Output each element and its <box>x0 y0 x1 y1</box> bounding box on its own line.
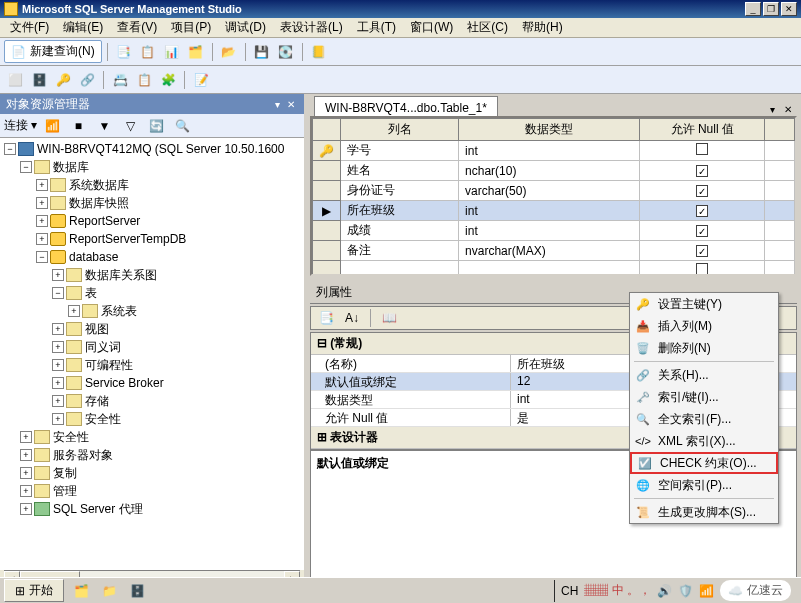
ctx-indexes-keys[interactable]: 🗝️索引/键(I)... <box>630 386 778 408</box>
columns-grid[interactable]: 列名 数据类型 允许 Null 值 🔑学号int姓名nchar(10)✓身份证号… <box>310 116 797 276</box>
ctx-xml-index[interactable]: </>XML 索引(X)... <box>630 430 778 452</box>
tree-views[interactable]: +视图 <box>2 320 302 338</box>
tree-reportservertemp[interactable]: +ReportServerTempDB <box>2 230 302 248</box>
ctx-relationships[interactable]: 🔗关系(H)... <box>630 364 778 386</box>
tree-snapshot[interactable]: +数据库快照 <box>2 194 302 212</box>
menu-file[interactable]: 文件(F) <box>4 17 55 38</box>
script-button[interactable]: 📝 <box>190 69 212 91</box>
ctx-delete-column[interactable]: 🗑️删除列(N) <box>630 337 778 359</box>
col-header-type[interactable]: 数据类型 <box>459 119 640 141</box>
tab-table-designer[interactable]: WIN-B8RVQT4...dbo.Table_1* <box>314 96 498 116</box>
tool-button[interactable]: 🧩 <box>157 69 179 91</box>
tree-programmability[interactable]: +可编程性 <box>2 356 302 374</box>
main-panel: WIN-B8RVQT4...dbo.Table_1* ▾ ✕ 列名 数据类型 允… <box>306 94 801 586</box>
tree-systables[interactable]: +系统表 <box>2 302 302 320</box>
minimize-button[interactable]: _ <box>745 2 761 16</box>
tray-icon[interactable]: 📶 <box>699 584 714 598</box>
tool-button[interactable]: 📋 <box>137 41 159 63</box>
maximize-button[interactable]: ❐ <box>763 2 779 16</box>
tree-server[interactable]: −WIN-B8RVQT412MQ (SQL Server 10.50.1600 <box>2 140 302 158</box>
new-query-icon: 📄 <box>11 45 26 59</box>
tool-button[interactable]: 📇 <box>109 69 131 91</box>
tool-button[interactable]: 🗂️ <box>185 41 207 63</box>
system-tray: CH ▦▦ 中 。， 🔊 🛡️ 📶 ☁️ 亿速云 <box>554 580 797 602</box>
tree-tables[interactable]: −表 <box>2 284 302 302</box>
new-query-button[interactable]: 📄 新建查询(N) <box>4 40 102 63</box>
tray-icon[interactable]: 🔊 <box>657 584 672 598</box>
tree-reportserver[interactable]: +ReportServer <box>2 212 302 230</box>
menu-project[interactable]: 项目(P) <box>165 17 217 38</box>
tree-databases[interactable]: −数据库 <box>2 158 302 176</box>
ctx-check-constraints[interactable]: ☑️CHECK 约束(O)... <box>630 452 778 474</box>
menu-community[interactable]: 社区(C) <box>461 17 514 38</box>
table-row[interactable]: 身份证号varchar(50)✓ <box>313 181 795 201</box>
table-row[interactable]: 备注nvarchar(MAX)✓ <box>313 241 795 261</box>
tree-sqlagent[interactable]: +SQL Server 代理 <box>2 500 302 518</box>
tool-button[interactable]: 📊 <box>161 41 183 63</box>
tool-button[interactable]: ⬜ <box>4 69 26 91</box>
taskbar-app[interactable]: 🗂️ <box>70 580 92 602</box>
table-row[interactable]: 🔑学号int <box>313 141 795 161</box>
tool-button[interactable]: 📑 <box>113 41 135 63</box>
ctx-insert-column[interactable]: 📥插入列(M) <box>630 315 778 337</box>
taskbar-app[interactable]: 🗄️ <box>126 580 148 602</box>
taskbar-app[interactable]: 📁 <box>98 580 120 602</box>
tool-button[interactable]: 🔗 <box>76 69 98 91</box>
tool-button[interactable]: 🔑 <box>52 69 74 91</box>
tree-database[interactable]: −database <box>2 248 302 266</box>
prop-button[interactable]: 📖 <box>378 307 400 329</box>
tree-sysdb[interactable]: +系统数据库 <box>2 176 302 194</box>
filter-icon[interactable]: ▽ <box>119 115 141 137</box>
menu-debug[interactable]: 调试(D) <box>219 17 272 38</box>
tab-close-button[interactable]: ✕ <box>781 102 795 116</box>
ctx-fulltext-index[interactable]: 🔍全文索引(F)... <box>630 408 778 430</box>
alphabetical-button[interactable]: A↓ <box>341 307 363 329</box>
new-query-label: 新建查询(N) <box>30 43 95 60</box>
tree-replication[interactable]: +复制 <box>2 464 302 482</box>
table-row[interactable]: 成绩int✓ <box>313 221 795 241</box>
save-all-button[interactable]: 💽 <box>275 41 297 63</box>
col-header-null[interactable]: 允许 Null 值 <box>640 119 765 141</box>
tree-management[interactable]: +管理 <box>2 482 302 500</box>
menu-designer[interactable]: 表设计器(L) <box>274 17 349 38</box>
connect-button[interactable]: 连接 ▾ <box>4 117 37 134</box>
connect-icon[interactable]: 📶 <box>41 115 63 137</box>
ime-mode[interactable]: ▦▦ 中 。， <box>584 582 651 599</box>
start-button[interactable]: ⊞ 开始 <box>4 579 64 602</box>
menu-window[interactable]: 窗口(W) <box>404 17 459 38</box>
tab-dropdown-button[interactable]: ▾ <box>765 102 779 116</box>
refresh-icon[interactable]: 🔄 <box>145 115 167 137</box>
tree-serverobjects[interactable]: +服务器对象 <box>2 446 302 464</box>
table-row[interactable]: 姓名nchar(10)✓ <box>313 161 795 181</box>
ime-indicator[interactable]: CH <box>561 584 578 598</box>
search-icon[interactable]: 🔍 <box>171 115 193 137</box>
activity-button[interactable]: 📒 <box>308 41 330 63</box>
menu-tools[interactable]: 工具(T) <box>351 17 402 38</box>
ctx-set-primary-key[interactable]: 🔑设置主键(Y) <box>630 293 778 315</box>
ctx-generate-script[interactable]: 📜生成更改脚本(S)... <box>630 501 778 523</box>
open-button[interactable]: 📂 <box>218 41 240 63</box>
stop-icon[interactable]: ▼ <box>93 115 115 137</box>
tree-servicebroker[interactable]: +Service Broker <box>2 374 302 392</box>
tree-security[interactable]: +安全性 <box>2 428 302 446</box>
table-row[interactable]: ▶所在班级int✓ <box>313 201 795 221</box>
tree-security-db[interactable]: +安全性 <box>2 410 302 428</box>
tool-button[interactable]: 🗄️ <box>28 69 50 91</box>
tree[interactable]: −WIN-B8RVQT412MQ (SQL Server 10.50.1600 … <box>0 138 304 570</box>
disconnect-icon[interactable]: ■ <box>67 115 89 137</box>
tree-diagrams[interactable]: +数据库关系图 <box>2 266 302 284</box>
ctx-spatial-index[interactable]: 🌐空间索引(P)... <box>630 474 778 496</box>
tray-icon[interactable]: 🛡️ <box>678 584 693 598</box>
panel-pin-button[interactable]: ▾ <box>270 97 284 111</box>
menu-view[interactable]: 查看(V) <box>111 17 163 38</box>
categorized-button[interactable]: 📑 <box>315 307 337 329</box>
tree-storage[interactable]: +存储 <box>2 392 302 410</box>
panel-close-button[interactable]: ✕ <box>284 97 298 111</box>
menu-help[interactable]: 帮助(H) <box>516 17 569 38</box>
col-header-name[interactable]: 列名 <box>341 119 459 141</box>
save-button[interactable]: 💾 <box>251 41 273 63</box>
tool-button[interactable]: 📋 <box>133 69 155 91</box>
tree-synonyms[interactable]: +同义词 <box>2 338 302 356</box>
close-button[interactable]: ✕ <box>781 2 797 16</box>
menu-edit[interactable]: 编辑(E) <box>57 17 109 38</box>
